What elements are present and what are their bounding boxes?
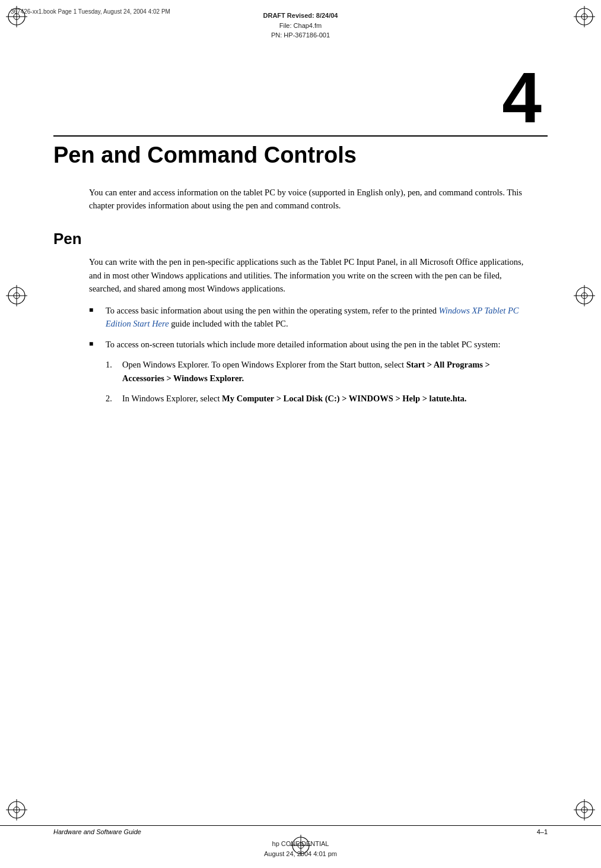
chapter-title: Pen and Command Controls	[53, 142, 548, 168]
chapter-divider	[53, 135, 548, 137]
main-content: 4 Pen and Command Controls You can enter…	[0, 62, 601, 406]
chapter-number: 4	[53, 62, 548, 133]
footer-confidential: hp CONFIDENTIAL	[264, 839, 337, 849]
num-2-text-before: In Windows Explorer, select	[122, 394, 222, 403]
footer-right: 4–1	[537, 826, 548, 835]
header-pn: PN: HP-367186-001	[0, 30, 601, 40]
bullet-item-2: To access on-screen tutorials which incl…	[89, 338, 524, 351]
bullet-1-text-after: guide included with the tablet PC.	[169, 319, 288, 328]
reg-mark-bot-left	[6, 799, 27, 821]
pen-body-paragraph: You can write with the pen in pen-specif…	[89, 255, 524, 295]
section-heading-pen: Pen	[53, 230, 548, 248]
num-1-text-before: Open Windows Explorer. To open Windows E…	[122, 360, 406, 369]
numbered-item-2: 2. In Windows Explorer, select My Comput…	[106, 392, 524, 405]
footer-date: August 24, 2004 4:01 pm	[264, 849, 337, 859]
header: DRAFT Revised: 8/24/04 File: Chap4.fm PN…	[0, 0, 601, 44]
num-2: 2.	[106, 392, 112, 405]
reg-mark-bot-right	[574, 799, 595, 821]
numbered-item-1: 1. Open Windows Explorer. To open Window…	[106, 358, 524, 385]
bullet-item-1: To access basic information about using …	[89, 304, 524, 331]
footer-left: Hardware and Software Guide	[53, 826, 141, 835]
header-file: File: Chap4.fm	[0, 21, 601, 31]
reg-mark-mid-left	[6, 285, 27, 306]
reg-mark-mid-right	[574, 285, 595, 306]
page: 367426-xx1.book Page 1 Tuesday, August 2…	[0, 0, 601, 868]
pen-bullet-list: To access basic information about using …	[89, 304, 524, 351]
bullet-1-text-before: To access basic information about using …	[106, 306, 439, 315]
intro-paragraph: You can enter and access information on …	[89, 186, 524, 213]
bullet-2-text: To access on-screen tutorials which incl…	[106, 340, 500, 349]
num-2-bold: My Computer > Local Disk (C:) > WINDOWS …	[222, 394, 466, 403]
pen-numbered-list: 1. Open Windows Explorer. To open Window…	[106, 358, 524, 405]
num-1: 1.	[106, 358, 112, 371]
header-draft: DRAFT Revised: 8/24/04	[0, 11, 601, 21]
footer: Hardware and Software Guide 4–1	[0, 825, 601, 835]
footer-center: hp CONFIDENTIAL August 24, 2004 4:01 pm	[264, 839, 337, 859]
